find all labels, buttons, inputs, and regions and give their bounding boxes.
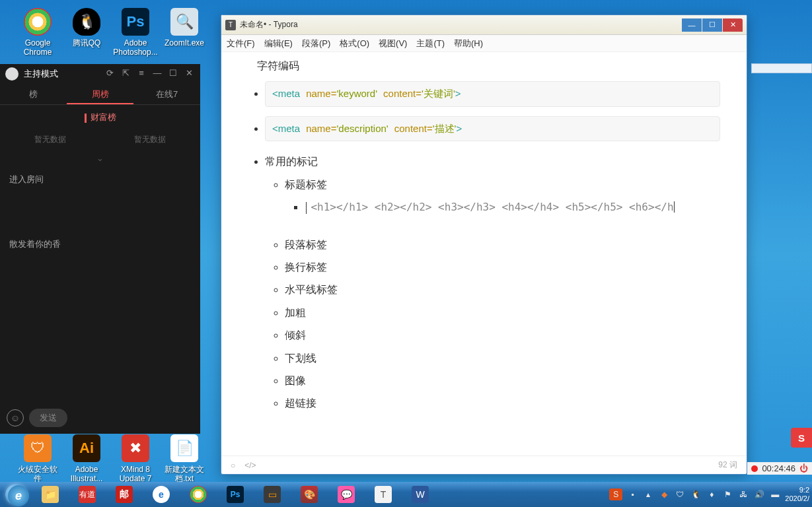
- xmind-icon: ✖: [122, 434, 149, 462]
- menu-paragraph[interactable]: 段落(P): [302, 38, 330, 50]
- desktop-icon-zoomit[interactable]: 🔍 ZoomIt.exe: [161, 8, 207, 48]
- list-item-heading-code: <h1></h1> <h2></h2> <h3></h3> <h4></h4> …: [305, 197, 720, 217]
- recording-indicator[interactable]: 00:24:46 ⏻: [747, 462, 812, 475]
- taskbar-item-explorer[interactable]: 📁: [33, 484, 67, 505]
- menu-file[interactable]: 文件(F): [227, 38, 255, 50]
- youdao-icon: 有道: [79, 486, 96, 503]
- taskbar-item-app1[interactable]: 🎨: [292, 484, 326, 505]
- avatar-icon: [5, 67, 18, 81]
- taskbar-item-youdao[interactable]: 有道: [70, 484, 104, 505]
- menu-view[interactable]: 视图(V): [379, 38, 407, 50]
- menu-format[interactable]: 格式(O): [340, 38, 369, 50]
- menu-help[interactable]: 帮助(H): [454, 38, 483, 50]
- ie-icon: e: [8, 485, 29, 506]
- taskbar-item-app2[interactable]: 💬: [329, 484, 363, 505]
- sogou-ime-icon[interactable]: S: [609, 489, 622, 500]
- power-icon[interactable]: ⏻: [799, 463, 808, 473]
- desktop-icon-chrome[interactable]: Google Chrome: [15, 8, 61, 57]
- volume-icon[interactable]: 🔊: [753, 489, 765, 500]
- word-icon: W: [412, 486, 429, 503]
- desktop: Google Chrome 🐧 腾讯QQ Ps Adobe Photoshop.…: [0, 0, 812, 482]
- no-data-right: 暂无数据: [100, 134, 201, 145]
- taskbar-item-edge[interactable]: e: [144, 484, 178, 505]
- typora-app-icon: T: [225, 20, 236, 30]
- desktop-icon-huorong[interactable]: 🛡 火绒安全软件: [15, 434, 61, 484]
- list-item: <meta name='keyword' content='关键词'>: [265, 81, 720, 107]
- window-fragment: [751, 63, 812, 73]
- taskbar-item-photoshop[interactable]: Ps: [218, 484, 252, 505]
- taskbar-item-sublime[interactable]: ▭: [255, 484, 289, 505]
- typora-titlebar[interactable]: T 未命名• - Typora — ☐ ✕: [221, 15, 747, 35]
- photoshop-icon: Ps: [227, 486, 244, 503]
- app-icon: 💬: [338, 486, 355, 503]
- outline-toggle-icon[interactable]: ○: [231, 461, 235, 470]
- qq-icon: 🐧: [73, 8, 100, 36]
- host-panel-title: 主持模式: [24, 68, 100, 80]
- send-button[interactable]: 发送: [29, 409, 67, 427]
- list-item-underline: 下划线: [285, 349, 720, 368]
- chevron-down-icon[interactable]: ⌄: [0, 149, 200, 167]
- network-icon[interactable]: 🖧: [737, 489, 749, 500]
- zoomit-icon: 🔍: [170, 8, 198, 36]
- list-item-link: 超链接: [285, 393, 720, 413]
- desktop-icon-xmind[interactable]: ✖ XMind 8 Update 7: [112, 434, 159, 484]
- desktop-icon-newtxt[interactable]: 📄 新建文本文档.txt: [161, 434, 207, 484]
- system-tray: S ▪ ▴ ◆ 🛡 🐧 ♦ ⚑ 🖧 🔊 ▬ 9:2 2020/2/: [609, 486, 812, 503]
- window-close-button[interactable]: ✕: [723, 18, 743, 32]
- battery-icon[interactable]: ▬: [769, 489, 781, 500]
- taskbar-item-word[interactable]: W: [403, 484, 437, 505]
- typora-menubar: 文件(F) 编辑(E) 段落(P) 格式(O) 视图(V) 主题(T) 帮助(H…: [221, 35, 747, 52]
- tab-online[interactable]: 在线7: [133, 84, 200, 104]
- desktop-icon-qq[interactable]: 🐧 腾讯QQ: [63, 8, 110, 48]
- chrome-icon: [190, 486, 207, 503]
- list-item-common-tags: 常用的标记 标题标签 <h1></h1> <h2></h2> <h3></h3>…: [265, 152, 720, 413]
- editor-content[interactable]: 字符编码 <meta name='keyword' content='关键词'>…: [221, 52, 747, 456]
- window-minimize-button[interactable]: —: [682, 18, 702, 32]
- menu-edit[interactable]: 编辑(E): [264, 38, 293, 50]
- word-count[interactable]: 92 词: [718, 459, 737, 471]
- source-mode-icon[interactable]: </>: [244, 461, 256, 470]
- tray-icon[interactable]: 🛡: [674, 489, 686, 500]
- list-item-para: 段落标签: [285, 235, 720, 255]
- quick-launch-ie[interactable]: e: [8, 485, 29, 506]
- heading-charset: 字符编码: [248, 56, 720, 76]
- typora-icon: T: [375, 486, 392, 503]
- close-icon[interactable]: ✕: [183, 68, 195, 80]
- emoji-icon[interactable]: ☺: [7, 409, 24, 426]
- window-maximize-button[interactable]: ☐: [702, 18, 722, 32]
- list-item-bold: 加粗: [285, 303, 720, 323]
- taskbar-item-typora[interactable]: T: [366, 484, 400, 505]
- desktop-icon-photoshop[interactable]: Ps Adobe Photoshop...: [112, 8, 159, 57]
- minimize-icon[interactable]: —: [151, 68, 163, 80]
- tray-icon[interactable]: ♦: [706, 489, 718, 500]
- folder-icon: 📁: [42, 486, 59, 503]
- refresh-icon[interactable]: ⟳: [104, 68, 116, 80]
- list-item-hr: 水平线标签: [285, 280, 720, 300]
- taskbar: 📁 有道 邮 e Ps ▭ 🎨 💬 T W S ▪ ▴ ◆ 🛡 🐧 ♦ ⚑ 🖧 …: [0, 482, 812, 507]
- tray-qq-icon[interactable]: 🐧: [690, 489, 702, 500]
- record-dot-icon: [751, 465, 758, 472]
- tray-icon[interactable]: ◆: [658, 489, 670, 500]
- maximize-icon[interactable]: ☐: [167, 68, 179, 80]
- menu-icon[interactable]: ≡: [135, 68, 147, 80]
- tray-up-icon[interactable]: ▴: [642, 489, 654, 500]
- host-panel-header: 主持模式 ⟳ ⇱ ≡ — ☐ ✕: [0, 64, 200, 84]
- taskbar-item-chrome[interactable]: [181, 484, 215, 505]
- enter-room-text: 进入房间: [9, 174, 191, 186]
- external-icon[interactable]: ⇱: [120, 68, 131, 80]
- host-tabs: 榜 周榜 在线7: [0, 84, 200, 105]
- taskbar-item-mail[interactable]: 邮: [107, 484, 141, 505]
- menu-theme[interactable]: 主题(T): [416, 38, 445, 50]
- flag-icon[interactable]: ⚑: [721, 489, 733, 500]
- list-item-italic: 倾斜: [285, 325, 720, 345]
- sogou-badge[interactable]: S: [791, 428, 812, 448]
- clock[interactable]: 9:2 2020/2/: [785, 486, 809, 503]
- list-item: <meta name='description' content='描述'>: [265, 116, 720, 142]
- tab-rank-partial[interactable]: 榜: [0, 84, 67, 104]
- shield-icon: 🛡: [24, 434, 52, 462]
- tab-week-rank[interactable]: 周榜: [67, 84, 133, 104]
- tray-icon[interactable]: ▪: [626, 489, 638, 500]
- typora-statusbar: ○ </> 92 词: [221, 456, 747, 474]
- rank-columns: 暂无数据 暂无数据: [0, 130, 200, 149]
- desktop-icon-illustrator[interactable]: Ai Adobe Illustrat...: [63, 434, 110, 484]
